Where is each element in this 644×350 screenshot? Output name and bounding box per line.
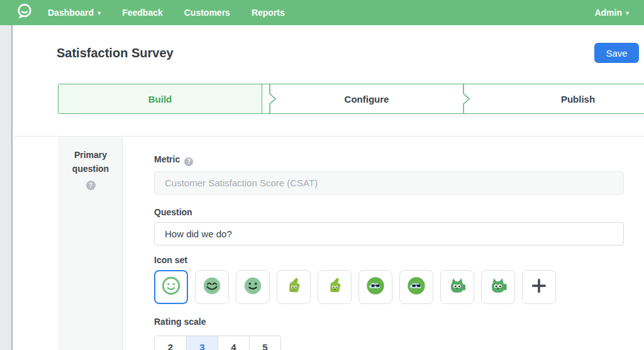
rating-option-4[interactable]: 4 (218, 336, 249, 350)
icon-set-option-smiley-grin[interactable] (195, 270, 229, 304)
nav-item-label: Feedback (122, 8, 163, 18)
caret-down-icon: ▾ (97, 9, 101, 16)
icon-set-option-thumbs-up-alt[interactable] (318, 270, 352, 304)
nav-item-dashboard[interactable]: Dashboard ▾ (48, 8, 101, 18)
thumbs-up-icon (325, 276, 345, 298)
page-header: Satisfaction Survey Save (57, 43, 639, 63)
left-gutter (0, 25, 13, 350)
add-icon-set-button[interactable] (522, 270, 556, 304)
account-label: Admin (594, 8, 622, 18)
icon-set-option-thumbs-up[interactable] (277, 270, 311, 304)
icon-set-option-cat-thumbs-up-alt[interactable] (481, 270, 515, 304)
icon-set-label: Icon set (154, 255, 626, 265)
question-label: Question (154, 207, 626, 217)
help-icon[interactable]: ? (184, 157, 193, 166)
metric-label: Metric? (154, 154, 626, 166)
metric-field (154, 171, 624, 195)
nav-item-customers[interactable]: Customers (184, 8, 230, 18)
top-navbar: Dashboard ▾ Feedback Customers Reports A… (0, 0, 644, 25)
question-form: Metric? Question Icon set (123, 137, 626, 350)
icon-set-option-smiley-outline[interactable] (154, 270, 188, 304)
rating-option-3[interactable]: 3 (186, 336, 218, 350)
help-icon[interactable]: ? (86, 181, 96, 190)
icon-set-option-cat-thumbs-up[interactable] (440, 270, 474, 304)
icon-set-row (154, 270, 626, 304)
smiley-grin-icon (201, 275, 223, 299)
plus-icon (528, 275, 550, 299)
rating-option-5[interactable]: 5 (249, 336, 280, 350)
brand-logo[interactable] (15, 2, 34, 23)
step-build[interactable]: Build (58, 84, 262, 113)
nav-item-label: Reports (252, 8, 285, 18)
smiley-outline-icon (160, 275, 182, 299)
nav-item-reports[interactable]: Reports (252, 8, 285, 18)
app-window: Dashboard ▾ Feedback Customers Reports A… (0, 0, 644, 350)
smiley-filled-icon (242, 275, 264, 299)
builder-panel: Primary question ? Metric? Question Icon… (14, 136, 644, 350)
metric-label-text: Metric (154, 154, 180, 164)
stepper-chevron-icon (456, 84, 471, 113)
thumbs-up-icon (284, 276, 304, 298)
nav-item-feedback[interactable]: Feedback (122, 8, 163, 18)
nav-item-label: Customers (184, 8, 230, 18)
icon-set-option-cloud-sunglasses-alt[interactable] (399, 270, 433, 304)
icon-set-option-smiley-filled[interactable] (236, 270, 270, 304)
step-configure[interactable]: Configure (277, 84, 456, 113)
rating-scale-label: Rating scale (154, 317, 626, 327)
icon-set-option-cloud-sunglasses[interactable] (358, 270, 392, 304)
account-menu-admin[interactable]: Admin ▾ (594, 8, 629, 18)
cloud-sunglasses-icon (406, 275, 427, 299)
nav-menu: Dashboard ▾ Feedback Customers Reports (48, 8, 285, 18)
tab-primary-question[interactable]: Primary question ? (58, 137, 123, 350)
chat-bubble-smiley-logo-icon (15, 2, 34, 23)
nav-item-label: Dashboard (48, 8, 94, 18)
save-button[interactable]: Save (594, 43, 639, 63)
rating-scale-group: 2 3 4 5 (154, 336, 281, 350)
caret-down-icon: ▾ (626, 9, 629, 16)
cat-thumbs-up-icon (487, 275, 509, 299)
stepper: Build Configure Publish (58, 84, 644, 114)
step-publish[interactable]: Publish (471, 84, 644, 113)
question-field[interactable] (154, 222, 624, 246)
page-content: Satisfaction Survey Save Build Configure… (14, 25, 644, 350)
tab-label: Primary question (59, 148, 122, 176)
page-title: Satisfaction Survey (57, 46, 174, 60)
cloud-sunglasses-icon (365, 275, 386, 299)
stepper-chevron-icon (262, 84, 277, 113)
cat-thumbs-up-icon (447, 275, 468, 299)
rating-option-2[interactable]: 2 (155, 336, 186, 350)
